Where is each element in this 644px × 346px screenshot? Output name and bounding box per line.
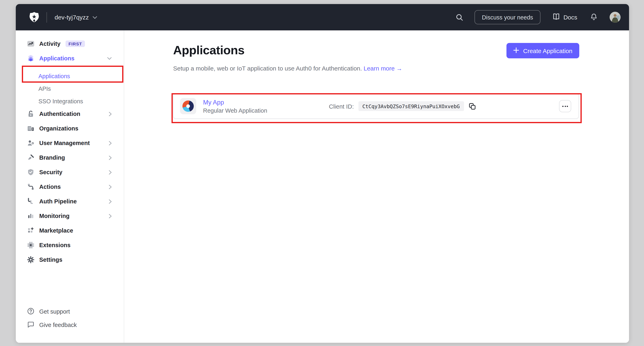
chevron-right-icon (109, 199, 112, 204)
sidebar-item-activity[interactable]: Activity FIRST (16, 38, 124, 50)
user-gear-icon (27, 139, 35, 147)
activity-chart-icon (27, 40, 35, 48)
screenshot-stage: dev-tyj7qyzz Discuss your needs Docs (0, 0, 644, 346)
sidebar: Activity FIRST Applications Applications (16, 30, 124, 343)
sidebar-item-applications[interactable]: Applications (16, 52, 124, 64)
app-names: My App Regular Web Application (203, 99, 267, 114)
marketplace-grid-icon (27, 227, 35, 235)
chevron-right-icon (109, 185, 112, 189)
meatball-menu-icon[interactable] (559, 100, 571, 112)
sidebar-item-auth-pipeline[interactable]: Auth Pipeline (16, 195, 124, 208)
arrow-right-icon: → (396, 65, 402, 72)
search-icon[interactable] (456, 13, 464, 21)
main-content: Applications Create Application Setup a … (124, 30, 629, 343)
give-feedback-link[interactable]: Give feedback (16, 319, 124, 331)
body: Activity FIRST Applications Applications (16, 30, 629, 343)
docs-button[interactable]: Docs (552, 13, 577, 22)
page-title: Applications (173, 43, 244, 58)
client-id-label: Client ID: (329, 103, 354, 110)
tenant-switcher[interactable]: dev-tyj7qyzz (54, 14, 97, 21)
sidebar-subitem-applications[interactable]: Applications (16, 70, 124, 82)
app-logo (182, 100, 194, 112)
chevron-right-icon (109, 170, 112, 175)
chip-icon (27, 241, 35, 249)
applications-stack-icon (27, 54, 35, 62)
feedback-bubble-icon (27, 320, 35, 329)
help-circle-icon (27, 307, 35, 316)
sidebar-item-actions[interactable]: Actions (16, 181, 124, 193)
sidebar-subitem-sso-integrations[interactable]: SSO Integrations (16, 95, 124, 107)
book-icon (552, 13, 560, 22)
applications-sub-list: Applications APIs SSO Integrations (16, 70, 124, 108)
chevron-down-icon (92, 14, 97, 20)
client-id-value: CtCqy3AvbQZSo7sE9RiynaPuiXOxvebG (358, 101, 464, 111)
sidebar-item-security[interactable]: Security (16, 166, 124, 178)
app-name-link[interactable]: My App (203, 99, 267, 106)
chevron-right-icon (109, 112, 112, 116)
chevron-right-icon (109, 214, 112, 218)
gear-icon (27, 256, 35, 264)
get-support-link[interactable]: Get support (16, 305, 124, 318)
chevron-right-icon (109, 141, 112, 145)
main-header: Applications Create Application (173, 43, 579, 58)
create-application-label: Create Application (523, 47, 572, 54)
plus-icon (514, 47, 519, 54)
bell-icon[interactable] (590, 13, 598, 22)
application-row: My App Regular Web Application Client ID… (173, 94, 579, 119)
auth0-shield-logo (29, 12, 39, 23)
sidebar-item-label: Activity (39, 41, 60, 47)
flow-icon (27, 183, 35, 191)
app-logo-tile (180, 98, 196, 114)
first-badge: FIRST (66, 41, 85, 47)
learn-more-link[interactable]: Learn more (364, 65, 394, 72)
organization-building-icon (27, 124, 35, 132)
topbar-divider (46, 12, 47, 23)
topbar: dev-tyj7qyzz Discuss your needs Docs (16, 4, 629, 30)
sidebar-item-settings[interactable]: Settings (16, 254, 124, 266)
sidebar-item-user-management[interactable]: User Management (16, 137, 124, 149)
chevron-down-icon (107, 57, 112, 60)
sidebar-item-marketplace[interactable]: Marketplace (16, 225, 124, 237)
tenant-name: dev-tyj7qyzz (54, 14, 89, 21)
page-subtitle: Setup a mobile, web or IoT application t… (173, 64, 579, 73)
sidebar-item-branding[interactable]: Branding (16, 151, 124, 164)
shield-check-icon (27, 168, 35, 176)
sidebar-item-extensions[interactable]: Extensions (16, 239, 124, 251)
lock-icon (27, 110, 35, 118)
pipeline-icon (27, 197, 35, 205)
sidebar-item-monitoring[interactable]: Monitoring (16, 210, 124, 222)
copy-icon[interactable] (468, 101, 477, 111)
sidebar-item-label: Applications (39, 55, 74, 62)
chevron-right-icon (109, 155, 112, 160)
auth0-dashboard-window: dev-tyj7qyzz Discuss your needs Docs (16, 4, 629, 343)
discuss-your-needs-button[interactable]: Discuss your needs (475, 10, 540, 24)
client-id-group: Client ID: CtCqy3AvbQZSo7sE9RiynaPuiXOxv… (329, 101, 477, 111)
sidebar-item-authentication[interactable]: Authentication (16, 108, 124, 120)
sidebar-subitem-apis[interactable]: APIs (16, 83, 124, 95)
app-type: Regular Web Application (203, 107, 267, 114)
create-application-button[interactable]: Create Application (507, 43, 580, 58)
sidebar-footer: Get support Give feedback (16, 305, 124, 343)
paintbrush-icon (27, 153, 35, 162)
bar-chart-icon (27, 212, 35, 220)
sidebar-item-organizations[interactable]: Organizations (16, 122, 124, 134)
docs-label: Docs (564, 14, 577, 21)
avatar[interactable] (610, 12, 620, 23)
